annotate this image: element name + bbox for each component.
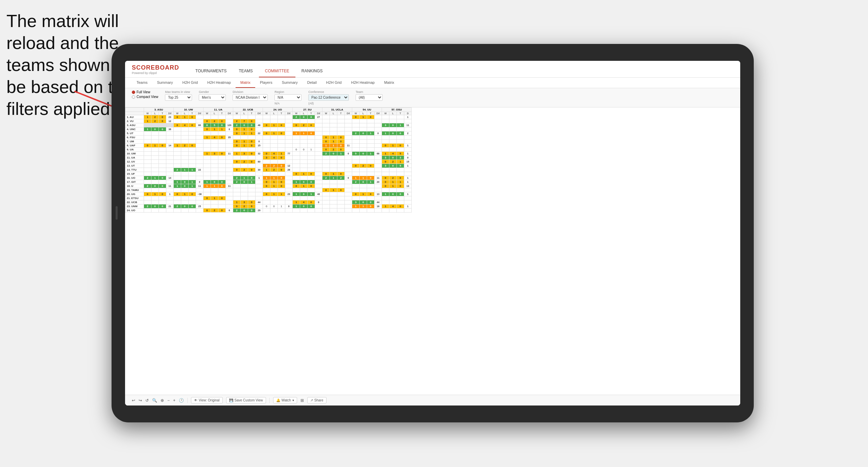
division-select[interactable]: NCAA Division I NCAA Division II bbox=[233, 94, 268, 101]
matrix-cell-18-0-3 bbox=[166, 188, 174, 192]
matrix-cell-0-7-0: 0 bbox=[352, 115, 360, 119]
matrix-cell-4-8-2: 0 bbox=[397, 131, 404, 136]
matrix-cell-5-2-2: 0 bbox=[218, 136, 226, 140]
matrix-cell-13-5-2 bbox=[308, 168, 315, 172]
matrix-cell-2-7-0 bbox=[352, 123, 360, 127]
matrix-cell-10-2-0 bbox=[203, 156, 211, 160]
matrix-cell-16-0-1 bbox=[151, 180, 159, 184]
matrix-cell-20-7-1 bbox=[360, 196, 367, 200]
subnav-h2h-heatmap2[interactable]: H2H Heatmap bbox=[346, 78, 380, 88]
matrix-cell-17-4-0: 0 bbox=[263, 184, 270, 188]
matrix-cell-7-4-3 bbox=[285, 144, 293, 148]
subnav-matrix1[interactable]: Matrix bbox=[236, 78, 255, 88]
matrix-cell-8-3-1 bbox=[241, 148, 248, 152]
max-teams-select[interactable]: Top 25 Top 10 Top 50 bbox=[165, 94, 192, 101]
matrix-cell-7-5-3 bbox=[315, 144, 322, 148]
save-custom-btn[interactable]: 💾 Save Custom View bbox=[226, 397, 266, 403]
clock-icon[interactable]: 🕐 bbox=[179, 398, 184, 403]
matrix-cell-7-1-3 bbox=[196, 144, 203, 148]
full-view-radio[interactable]: Full View bbox=[132, 90, 158, 94]
redo-icon[interactable]: ↪ bbox=[139, 398, 142, 403]
matrix-cell-12-7-2: 0 bbox=[367, 164, 375, 168]
matrix-cell-8-3-2 bbox=[248, 148, 256, 152]
matrix-cell-14-7-0 bbox=[352, 172, 360, 176]
matrix-cell-23-3-2: 0 bbox=[248, 208, 256, 213]
matrix-cell-6-3-2: 0 bbox=[248, 140, 256, 144]
matrix-cell-2-3-3: 48 bbox=[256, 123, 263, 127]
watch-btn[interactable]: 🔔 Watch ▾ bbox=[273, 397, 297, 403]
matrix-cell-5-3-2 bbox=[248, 136, 256, 140]
matrix-cell-1-6-2 bbox=[337, 119, 345, 123]
conference-label: Conference bbox=[308, 90, 349, 94]
save-custom-label: Save Custom View bbox=[235, 398, 263, 402]
search-icon[interactable]: 🔍 bbox=[152, 398, 157, 403]
nav-teams[interactable]: TEAMS bbox=[233, 65, 259, 77]
reset-icon[interactable]: ↺ bbox=[145, 398, 149, 403]
subnav-h2h-grid2[interactable]: H2H Grid bbox=[321, 78, 346, 88]
matrix-cell-21-6-1 bbox=[330, 200, 337, 204]
matrix-cell-6-3-0: 0 bbox=[233, 140, 241, 144]
conference-select[interactable]: Pac-12 Conference (All) bbox=[308, 94, 349, 101]
matrix-cell-15-6-2: 2 bbox=[337, 176, 345, 180]
matrix-cell-5-5-3 bbox=[315, 136, 322, 140]
matrix-cell-13-0-2 bbox=[159, 168, 166, 172]
nav-rankings[interactable]: RANKINGS bbox=[295, 65, 329, 77]
subnav-summary1[interactable]: Summary bbox=[152, 78, 177, 88]
undo-icon[interactable]: ↩ bbox=[132, 398, 135, 403]
share-btn[interactable]: ↗ Share bbox=[307, 397, 327, 403]
matrix-cell-0-5-2: 0 bbox=[308, 115, 315, 119]
gender-select[interactable]: Men's Women's bbox=[199, 94, 226, 101]
matrix-cell-3-7-2 bbox=[367, 127, 375, 131]
matrix-cell-16-0-0 bbox=[144, 180, 151, 184]
subnav-players[interactable]: Players bbox=[255, 78, 277, 88]
matrix-cell-20-6-1 bbox=[330, 196, 337, 200]
compact-view-radio[interactable]: Compact View bbox=[132, 95, 158, 99]
view-original-btn[interactable]: 👁 View: Original bbox=[191, 397, 223, 403]
matrix-cell-10-5-1 bbox=[300, 156, 308, 160]
matrix-cell-18-7-1 bbox=[360, 188, 367, 192]
matrix-cell-11-4-1 bbox=[270, 160, 278, 164]
subnav-h2h-grid1[interactable]: H2H Grid bbox=[177, 78, 202, 88]
matrix-cell-1-6-0 bbox=[322, 119, 330, 123]
matrix-cell-1-3-0: 2 bbox=[233, 119, 241, 123]
col-asu: 3. ASU bbox=[144, 108, 174, 112]
matrix-cell-21-6-3 bbox=[345, 200, 352, 204]
matrix-cell-4-3-0: 0 bbox=[233, 131, 241, 136]
matrix-cell-1-5-3 bbox=[315, 119, 322, 123]
matrix-cell-5-1-0 bbox=[174, 136, 181, 140]
subnav-teams[interactable]: Teams bbox=[132, 78, 152, 88]
region-select[interactable]: N/A bbox=[274, 94, 302, 101]
matrix-cell-0-8-2 bbox=[397, 115, 404, 119]
matrix-cell-12-4-0: 2 bbox=[263, 164, 270, 168]
subnav-summary2[interactable]: Summary bbox=[277, 78, 303, 88]
matrix-cell-0-4-1 bbox=[270, 115, 278, 119]
nav-tournaments[interactable]: TOURNAMENTS bbox=[189, 65, 233, 77]
minus-icon[interactable]: − bbox=[167, 398, 170, 403]
plus-icon[interactable]: + bbox=[173, 398, 175, 403]
matrix-cell-11-0-0 bbox=[144, 160, 151, 164]
matrix-content[interactable]: 3. ASU 10. UW 11. UA 22. UCB 24. UO 27. … bbox=[125, 107, 740, 395]
nav-committee[interactable]: COMMITTEE bbox=[259, 65, 295, 77]
matrix-cell-17-1-3: 11 bbox=[196, 184, 203, 188]
row-header-21: 22. UCB bbox=[125, 200, 144, 204]
matrix-cell-11-0-1 bbox=[151, 160, 159, 164]
matrix-cell-18-6-3 bbox=[345, 188, 352, 192]
subnav-matrix2[interactable]: Matrix bbox=[379, 78, 399, 88]
matrix-cell-20-5-0 bbox=[293, 196, 300, 200]
subnav-detail[interactable]: Detail bbox=[303, 78, 321, 88]
matrix-cell-13-8-2 bbox=[397, 168, 404, 172]
matrix-cell-11-7-0 bbox=[352, 160, 360, 164]
matrix-cell-11-2-2 bbox=[218, 160, 226, 164]
matrix-cell-6-5-0 bbox=[293, 140, 300, 144]
matrix-cell-22-0-1: 0 bbox=[151, 204, 159, 208]
matrix-cell-15-0-1: 1 bbox=[151, 176, 159, 180]
matrix-cell-12-1-0 bbox=[174, 164, 181, 168]
layout-icon[interactable]: ⊞ bbox=[300, 398, 304, 403]
subnav-h2h-heatmap1[interactable]: H2H Heatmap bbox=[202, 78, 236, 88]
matrix-cell-3-8-0 bbox=[382, 127, 389, 131]
matrix-table-wrapper[interactable]: 3. ASU 10. UW 11. UA 22. UCB 24. UO 27. … bbox=[125, 107, 740, 395]
matrix-cell-10-8-3: 0 bbox=[404, 156, 412, 160]
team-select[interactable]: (All) bbox=[356, 94, 383, 101]
zoom-icon[interactable]: ⊕ bbox=[161, 398, 164, 403]
matrix-cell-4-8-3: 2 bbox=[404, 131, 412, 136]
